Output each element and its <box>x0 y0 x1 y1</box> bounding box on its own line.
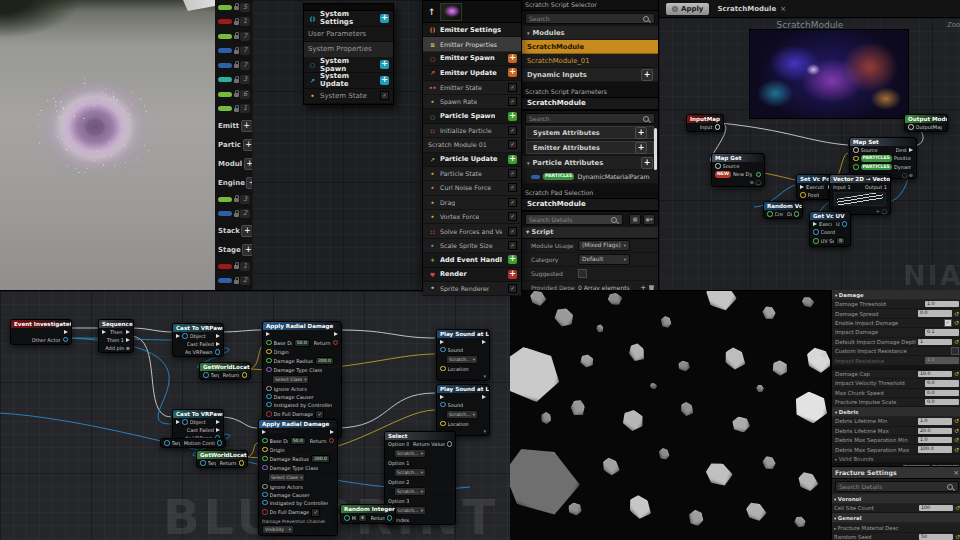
dropdown[interactable]: Scratch…▾ <box>394 468 426 477</box>
node-get-world-location-2[interactable]: GetWorldLocationTargetReturn Value <box>196 450 248 468</box>
search-input[interactable]: Search <box>525 113 655 124</box>
reset-to-default-icon[interactable]: ↺ <box>954 339 959 345</box>
property-value[interactable]: 1 <box>918 339 952 345</box>
enabled-checkbox[interactable]: ✓ <box>508 198 517 207</box>
property-value[interactable]: 10.0 <box>918 371 952 377</box>
pin[interactable] <box>266 411 272 417</box>
reset-to-default-icon[interactable]: ↺ <box>954 320 959 326</box>
exec-pin[interactable] <box>813 222 817 226</box>
blueprint-graph[interactable]: BLUEPRINT Event InvestigateGoalsOther Ac… <box>0 290 510 540</box>
parameter-row[interactable]: PARTICLES DynamicMaterialParam <box>521 170 659 184</box>
pin[interactable] <box>217 440 223 446</box>
add-button[interactable]: + <box>508 155 517 164</box>
search-input[interactable]: Search <box>525 13 655 24</box>
value-field[interactable]: 50.0 <box>290 437 306 445</box>
exec-pin[interactable] <box>126 330 130 334</box>
emitter-stack-item[interactable]: ↗ Emitter Update + <box>423 66 521 80</box>
pin[interactable] <box>262 484 268 490</box>
property-value[interactable]: 0.1 <box>925 329 959 335</box>
value-field[interactable]: 200.0 <box>315 357 334 365</box>
dropdown[interactable]: Default▾ <box>578 254 630 265</box>
expander-icon[interactable]: ▾ <box>527 30 530 36</box>
pin[interactable] <box>715 163 721 169</box>
pin[interactable] <box>262 509 268 515</box>
stack-row[interactable]: Emitt + <box>215 116 252 135</box>
node-map-set[interactable]: Map SetSourceDestPARTICLESPositionPARTIC… <box>849 137 917 179</box>
add-button[interactable]: + <box>380 76 389 85</box>
system-menu-item[interactable]: () System Settings + <box>304 11 393 27</box>
pin[interactable] <box>853 164 859 170</box>
enabled-checkbox[interactable]: ✓ <box>508 284 517 293</box>
scrollbar[interactable] <box>654 128 657 170</box>
node-output-module[interactable]: Output ModuleOutputMap <box>904 114 948 132</box>
emitter-stack-item[interactable]: • Drag ✓ <box>423 196 521 210</box>
emitter-stack-item[interactable]: • Curl Noise Force ✓ <box>423 181 521 195</box>
property-value[interactable]: 0.0 <box>925 399 959 405</box>
pin[interactable] <box>266 386 272 392</box>
reset-to-default-icon[interactable]: ↺ <box>954 447 959 453</box>
pin[interactable] <box>200 460 206 466</box>
pin[interactable] <box>387 515 393 521</box>
pin[interactable] <box>262 456 268 462</box>
value-field[interactable]: 50.0 <box>294 339 310 347</box>
stack-row[interactable]: Stage + <box>215 240 252 259</box>
pin[interactable] <box>182 419 188 425</box>
emitter-thumbnail[interactable] <box>440 3 462 21</box>
emitter-stack-item[interactable]: • Particle State ✓ <box>423 167 521 181</box>
chaos-destruction-viewport[interactable] <box>510 290 830 540</box>
pin[interactable] <box>853 156 859 162</box>
pin[interactable] <box>329 438 335 444</box>
emitter-stack-item[interactable]: + Add Event Handler + <box>423 253 521 267</box>
enabled-checkbox[interactable]: ✓ <box>508 241 517 250</box>
add-button[interactable]: + <box>508 270 517 279</box>
enabled-checkbox[interactable]: ✓ <box>508 140 517 149</box>
stack-row[interactable]: 6 <box>215 87 252 102</box>
emitter-stack-item[interactable]: • Spawn Rate ✓ <box>423 95 521 109</box>
script-list-item[interactable]: ▾ Modules <box>521 26 659 40</box>
emitter-stack-item[interactable]: ♥ Render + <box>423 268 521 282</box>
exec-pin[interactable] <box>482 395 486 399</box>
up-arrow-icon[interactable]: ↑ <box>428 7 436 17</box>
property-value[interactable]: 1.0 <box>918 418 952 424</box>
system-menu-item[interactable]: System Properties <box>304 42 393 58</box>
pin[interactable] <box>203 372 209 378</box>
script-list-item[interactable]: ScratchModule <box>521 40 659 54</box>
stack-row[interactable]: 3 <box>215 192 252 207</box>
add-button[interactable]: + <box>380 14 389 23</box>
stack-row[interactable]: 1 <box>215 259 252 274</box>
stack-row[interactable]: 3 <box>215 73 252 88</box>
pin[interactable] <box>215 349 221 355</box>
exec-pin[interactable] <box>909 148 913 152</box>
view-options-icon[interactable]: ▦ <box>629 214 641 225</box>
add-button[interactable]: + <box>508 112 517 121</box>
pin[interactable] <box>266 358 272 364</box>
script-section-header[interactable]: ▾ Script <box>521 227 659 239</box>
node-map-get[interactable]: Map GetSourceNEWNew DynamicMat…⊕ ◯ <box>711 153 765 187</box>
reset-to-default-icon[interactable]: ↺ <box>954 437 959 443</box>
script-list-item[interactable]: ScratchModule_01 <box>521 54 659 68</box>
pin[interactable] <box>239 460 245 466</box>
node-random-seed[interactable]: Random Vc SeedCreate BasisOutput <box>763 201 803 219</box>
enabled-checkbox[interactable]: ✓ <box>508 97 517 106</box>
system-menu-item[interactable]: ↗ System Update + <box>304 73 393 89</box>
property-value[interactable]: 1.0 <box>918 437 952 443</box>
dropdown[interactable]: Scratch…▾ <box>394 487 426 496</box>
system-menu-item[interactable]: • System State ✓ <box>304 89 393 105</box>
node-get-uv[interactable]: Get Vc UVExecutionUvCoordUV Set0 <box>809 211 851 247</box>
tab-scratchmodule[interactable]: ScratchModule × <box>717 5 786 13</box>
node-get-world-location-1[interactable]: GetWorldLocationTargetReturn Value <box>199 362 251 380</box>
checkbox[interactable] <box>578 269 587 278</box>
add-button[interactable]: + <box>508 68 517 77</box>
reset-to-default-icon[interactable]: ↺ <box>954 428 959 434</box>
property-value[interactable]: 50 <box>919 534 953 540</box>
add-button[interactable]: + <box>508 54 517 63</box>
reset-to-default-icon[interactable]: ↺ <box>954 311 959 317</box>
dropdown[interactable]: Scratch…▾ <box>394 506 426 515</box>
pin[interactable] <box>908 124 914 130</box>
value-field[interactable]: 200.0 <box>311 455 330 463</box>
pin[interactable] <box>800 192 806 198</box>
apply-button[interactable]: Apply <box>666 3 709 15</box>
dropdown[interactable]: Scratch…▾ <box>394 449 426 458</box>
exec-pin[interactable] <box>102 330 106 334</box>
pin[interactable] <box>242 372 248 378</box>
